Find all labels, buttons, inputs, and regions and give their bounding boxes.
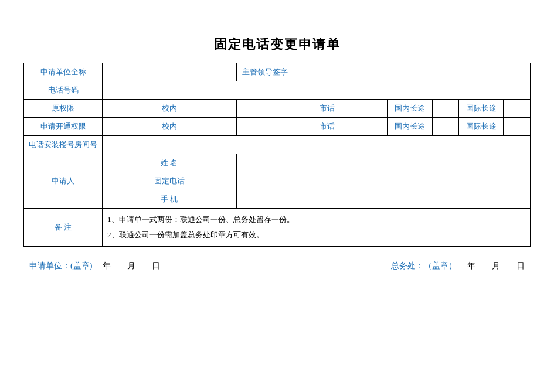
value-opt-city-new[interactable] [361, 118, 387, 136]
value-applicant-mobile[interactable] [236, 190, 530, 209]
note-line-2: 2、联通公司一份需加盖总务处印章方可有效。 [107, 227, 525, 243]
footer-day-label: 日 [152, 261, 160, 271]
label-applicant-unit: 申请单位全称 [24, 63, 103, 81]
footer-office-label: 总务处：（盖章） [391, 261, 457, 271]
table-row-applicant-name: 申请人 姓 名 [24, 154, 531, 172]
label-opt-intl-orig: 国际长途 [459, 100, 504, 118]
footer-month2-label: 月 [492, 261, 500, 271]
label-applicant-group: 申请人 [24, 154, 103, 209]
value-opt-domestic-new[interactable] [432, 118, 458, 136]
label-opt-domestic-new: 国内长途 [388, 118, 432, 136]
label-apply-permission: 申请开通权限 [24, 118, 103, 136]
label-install-location: 电话安装楼号房间号 [24, 136, 103, 154]
label-opt-intl-new: 国际长途 [459, 118, 504, 136]
footer-right: 总务处：（盖章） 年 月 日 [391, 261, 525, 271]
value-applicant-name[interactable] [236, 154, 530, 172]
table-row-1: 申请单位全称 主管领导签字 [24, 63, 531, 81]
table-row-4: 申请开通权限 校内 市话 国内长途 国际长途 [24, 118, 531, 136]
value-applicant-unit[interactable] [103, 63, 237, 81]
footer-day2-label: 日 [516, 261, 525, 271]
footer-month-label: 月 [127, 261, 135, 271]
main-form-table: 申请单位全称 主管领导签字 电话号码 原权限 校内 市话 国内长途 国际长途 申… [23, 63, 531, 247]
value-opt-domestic-orig[interactable] [432, 100, 458, 118]
label-phone-number: 电话号码 [24, 81, 103, 100]
footer-left: 申请单位：(盖章) 年 月 日 [29, 261, 160, 271]
footer-applicant-label: 申请单位：(盖章) [29, 261, 92, 271]
label-opt-domestic-orig: 国内长途 [388, 100, 432, 118]
label-opt-city-new: 市话 [294, 118, 361, 136]
value-supervisor-sign[interactable] [294, 63, 361, 81]
value-opt-intl-orig[interactable] [504, 100, 531, 118]
value-opt-campus-orig[interactable] [236, 100, 294, 118]
value-phone-number[interactable] [103, 81, 361, 100]
label-opt-campus-new: 校内 [103, 118, 237, 136]
table-row-note: 备 注 1、申请单一式两份：联通公司一份、总务处留存一份。 2、联通公司一份需加… [24, 209, 531, 247]
footer-year2-label: 年 [467, 261, 475, 271]
footer-right-date: 年 月 日 [467, 261, 525, 271]
table-row-2: 电话号码 [24, 81, 531, 100]
label-applicant-phone: 固定电话 [103, 172, 237, 190]
value-opt-city-orig[interactable] [361, 100, 387, 118]
table-row-5: 电话安装楼号房间号 [24, 136, 531, 154]
label-original-permission: 原权限 [24, 100, 103, 118]
value-applicant-phone[interactable] [236, 172, 530, 190]
footer-left-date: 年 月 日 [103, 261, 160, 271]
label-opt-city-orig: 市话 [294, 100, 361, 118]
page-title: 固定电话变更申请单 [23, 36, 531, 53]
label-supervisor-sign: 主管领导签字 [236, 63, 294, 81]
value-note: 1、申请单一式两份：联通公司一份、总务处留存一份。 2、联通公司一份需加盖总务处… [103, 209, 531, 247]
value-opt-campus-new[interactable] [236, 118, 294, 136]
value-install-location[interactable] [103, 136, 531, 154]
footer-section: 申请单位：(盖章) 年 月 日 总务处：（盖章） 年 月 日 [23, 261, 531, 271]
label-opt-campus-orig: 校内 [103, 100, 237, 118]
top-divider [23, 18, 531, 18]
label-note: 备 注 [24, 209, 103, 247]
table-row-3: 原权限 校内 市话 国内长途 国际长途 [24, 100, 531, 118]
label-applicant-mobile: 手 机 [103, 190, 237, 209]
value-opt-intl-new[interactable] [504, 118, 531, 136]
note-line-1: 1、申请单一式两份：联通公司一份、总务处留存一份。 [107, 212, 525, 227]
label-applicant-name: 姓 名 [103, 154, 237, 172]
footer-year-label: 年 [103, 261, 111, 271]
